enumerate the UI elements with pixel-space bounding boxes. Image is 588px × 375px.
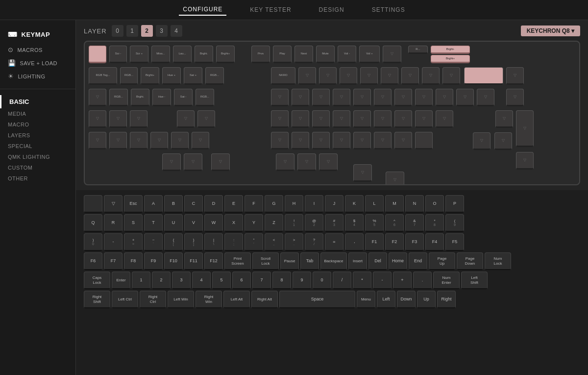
key-arr24[interactable]: ▽: [109, 110, 127, 128]
palette-key-num5[interactable]: 5: [212, 272, 231, 289]
sidebar-save-load[interactable]: 💾 SAVE + LOAD: [0, 56, 75, 70]
palette-key-2[interactable]: @2: [305, 214, 323, 232]
palette-key-plus[interactable]: +=: [124, 233, 143, 251]
key-arr25[interactable]: ▽: [130, 110, 147, 128]
key-rcluster-br[interactable]: ▽: [516, 152, 534, 170]
key-arr8[interactable]: ▽: [422, 67, 440, 85]
sidebar-macro[interactable]: MACRO: [0, 119, 75, 130]
palette-key-numlock[interactable]: NumLock: [485, 252, 511, 270]
palette-key-pageup[interactable]: PageUp: [429, 252, 455, 270]
palette-key-y[interactable]: Y: [245, 214, 263, 232]
key-arr28[interactable]: ▽: [271, 110, 289, 128]
palette-key-c[interactable]: C: [184, 195, 203, 213]
palette-key-rightshift[interactable]: RightShift: [84, 291, 110, 308]
key-brght-plus-2[interactable]: Brght+: [141, 67, 159, 85]
key-thumb3[interactable]: ▽: [211, 153, 230, 171]
key-arr6[interactable]: ▽: [381, 67, 398, 85]
key-brght-plus-top[interactable]: Brght+: [431, 55, 470, 63]
key-arr34[interactable]: ▽: [394, 110, 412, 128]
palette-key-4[interactable]: $4: [345, 214, 364, 232]
key-arr44[interactable]: ▽: [292, 132, 309, 150]
sidebar-custom[interactable]: CUSTOM: [0, 162, 75, 173]
key-r[interactable]: R...: [408, 46, 428, 54]
key-arr11[interactable]: ▽: [89, 89, 106, 106]
key-arr48[interactable]: ▽: [374, 132, 392, 150]
key-arr45[interactable]: ▽: [312, 132, 330, 150]
key-arr42[interactable]: ▽: [192, 132, 209, 150]
palette-key-quote[interactable]: "': [245, 233, 263, 251]
key-arr36[interactable]: ▽: [436, 110, 453, 128]
key-arr37[interactable]: ▽: [89, 132, 106, 150]
key-arr2[interactable]: ▽: [298, 67, 316, 85]
key-scr-plus[interactable]: Scr +: [130, 46, 148, 63]
palette-key-a[interactable]: A: [144, 195, 163, 213]
palette-key-insert[interactable]: Insert: [348, 252, 367, 270]
palette-key-z[interactable]: Z: [265, 214, 283, 232]
palette-key-u[interactable]: U: [164, 214, 183, 232]
palette-key-left[interactable]: Left: [377, 291, 395, 308]
key-arr22[interactable]: ▽: [477, 89, 494, 106]
palette-key-equals[interactable]: =: [325, 233, 343, 251]
palette-key-t[interactable]: T: [144, 214, 163, 232]
key-thumb1[interactable]: ▽: [162, 153, 181, 171]
key-arr33[interactable]: ▽: [374, 110, 392, 128]
key-rgb-4[interactable]: RGB...: [196, 89, 214, 106]
key-arr32[interactable]: ▽: [353, 110, 371, 128]
layer-btn-0[interactable]: 0: [112, 25, 123, 37]
key-sat-minus[interactable]: Sat -: [174, 89, 193, 106]
palette-key-numminus[interactable]: -: [373, 272, 392, 289]
palette-key-num4[interactable]: 4: [192, 272, 211, 289]
key-arr5[interactable]: ▽: [360, 67, 378, 85]
palette-key-numenter[interactable]: NumEnter: [433, 272, 460, 289]
key-thumb5[interactable]: ▽: [297, 153, 316, 171]
palette-key-num0[interactable]: 0: [313, 272, 331, 289]
key-arr29[interactable]: ▽: [292, 110, 309, 128]
palette-key-g[interactable]: G: [265, 195, 283, 213]
key-arr3[interactable]: ▽: [319, 67, 337, 85]
palette-key-f2[interactable]: F2: [385, 233, 404, 251]
key-arr13[interactable]: ▽: [292, 89, 309, 106]
palette-key-8[interactable]: *8: [425, 214, 444, 232]
palette-key-num1[interactable]: 1: [132, 272, 150, 289]
palette-key-pipe[interactable]: |\: [204, 233, 223, 251]
key-arr20[interactable]: ▽: [436, 89, 453, 106]
key-arr27[interactable]: ▽: [197, 110, 215, 128]
palette-key-comma-ar[interactable]: ،: [345, 233, 364, 251]
palette-key-colon[interactable]: :;: [224, 233, 243, 251]
layer-btn-1[interactable]: 1: [126, 25, 138, 37]
palette-key-3[interactable]: #3: [325, 214, 343, 232]
palette-key-numstar[interactable]: *: [353, 272, 371, 289]
palette-key-num7[interactable]: 7: [252, 272, 271, 289]
key-hue-minus[interactable]: Hue -: [152, 89, 171, 106]
palette-key-x[interactable]: X: [224, 214, 243, 232]
palette-key-q[interactable]: Q: [84, 214, 102, 232]
key-arr23[interactable]: ▽: [89, 110, 106, 128]
key-vol-plus[interactable]: Vol +: [359, 46, 380, 63]
key-thumb2[interactable]: ▽: [184, 153, 202, 171]
layer-btn-3[interactable]: 3: [156, 25, 168, 37]
palette-key-leftwin[interactable]: Left Win: [168, 291, 194, 308]
palette-key-backspace[interactable]: Backspace: [320, 252, 347, 270]
key-arr9[interactable]: ▽: [442, 67, 460, 85]
key-arr39[interactable]: ▽: [130, 132, 147, 150]
sidebar-media[interactable]: MEDIA: [0, 108, 75, 119]
palette-key-pause[interactable]: Pause: [280, 252, 299, 270]
key-scr-lock[interactable]: Scr -: [109, 46, 127, 63]
sidebar-special[interactable]: SPECIAL: [0, 141, 75, 151]
key-arr14[interactable]: ▽: [312, 89, 330, 106]
palette-key-1[interactable]: !1: [285, 214, 303, 232]
key-arr15[interactable]: ▽: [333, 89, 350, 106]
key-wide-right[interactable]: [464, 67, 503, 85]
palette-key-f8[interactable]: F8: [124, 252, 143, 270]
palette-key-s[interactable]: S: [124, 214, 143, 232]
palette-key-k[interactable]: K: [345, 195, 364, 213]
palette-key-numslash[interactable]: /: [333, 272, 351, 289]
palette-key-i[interactable]: I: [305, 195, 323, 213]
palette-key-lbrace[interactable]: {[: [164, 233, 183, 251]
palette-key-del[interactable]: Del: [368, 252, 387, 270]
palette-key-o[interactable]: O: [425, 195, 444, 213]
key-prvs[interactable]: Prvs: [251, 46, 270, 63]
key-rcluster-bm[interactable]: ▽: [494, 132, 512, 150]
palette-key-home[interactable]: Home: [389, 252, 407, 270]
palette-key-down[interactable]: Down: [397, 291, 416, 308]
